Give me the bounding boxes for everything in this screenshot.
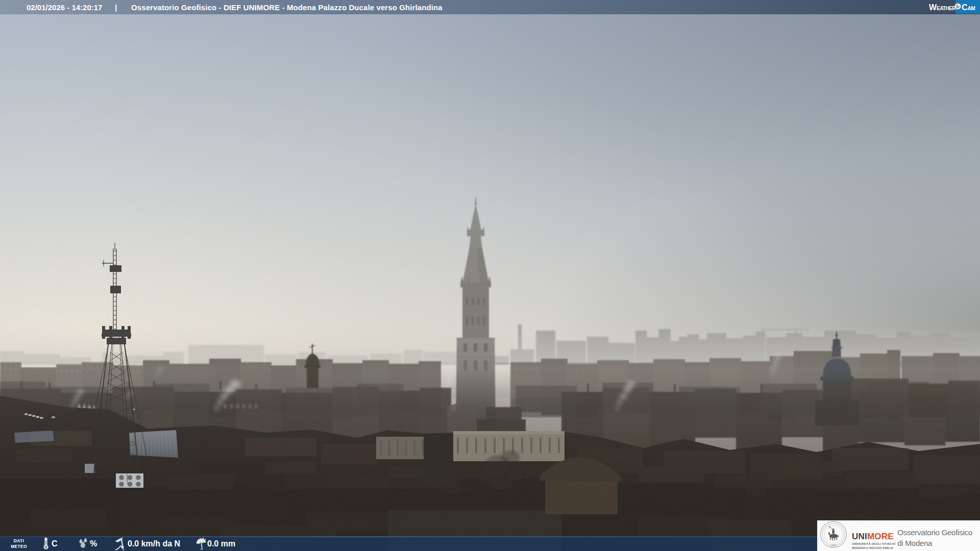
svg-text:MODENA E REGGIO EMILIA: MODENA E REGGIO EMILIA	[852, 546, 894, 549]
svg-text:Osservatorio Geofisico: Osservatorio Geofisico	[897, 528, 972, 537]
svg-text:UNIMORE: UNIMORE	[852, 532, 894, 541]
svg-text:UNIVERSITÀ DEGLI STUDI DI: UNIVERSITÀ DEGLI STUDI DI	[852, 542, 895, 545]
svg-text:di Modena: di Modena	[897, 539, 933, 547]
svg-text:1175: 1175	[831, 544, 836, 547]
